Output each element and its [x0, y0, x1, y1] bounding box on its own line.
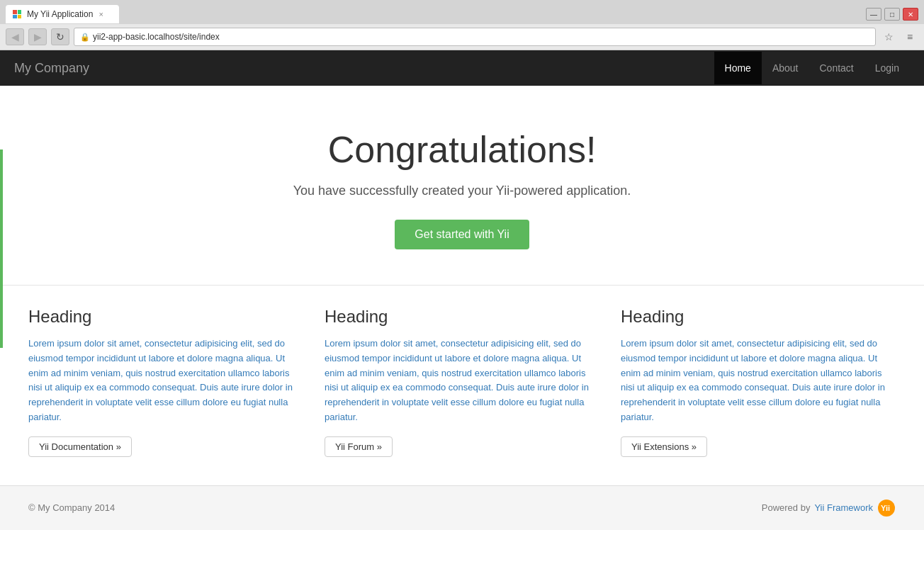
- hero-title: Congratulations!: [14, 128, 910, 171]
- hero-section: Congratulations! You have successfully c…: [0, 86, 924, 285]
- column-1-button[interactable]: Yii Documentation »: [28, 436, 132, 457]
- left-accent: [0, 150, 3, 348]
- footer: © My Company 2014 Powered by Yii Framewo…: [0, 485, 924, 530]
- column-1: Heading Lorem ipsum dolor sit amet, cons…: [28, 307, 303, 457]
- menu-icon[interactable]: ≡: [901, 28, 918, 45]
- forward-icon: ▶: [34, 31, 42, 43]
- nav-item-home: Home: [714, 52, 762, 84]
- column-2: Heading Lorem ipsum dolor sit amet, cons…: [325, 307, 599, 457]
- column-3: Heading Lorem ipsum dolor sit amet, cons…: [621, 307, 896, 457]
- nav-item-login: Login: [864, 52, 910, 84]
- svg-text:Yii: Yii: [881, 504, 890, 512]
- back-button[interactable]: ◀: [6, 28, 24, 45]
- navbar: My Company Home About Contact Login: [0, 50, 924, 86]
- window-controls: — □ ✕: [866, 8, 918, 21]
- page-wrapper: My Company Home About Contact Login Cong…: [0, 50, 924, 530]
- column-3-body: Lorem ipsum dolor sit amet, consectetur …: [621, 337, 896, 425]
- powered-by-text: Powered by: [762, 502, 811, 513]
- close-button[interactable]: ✕: [903, 8, 918, 21]
- forward-button[interactable]: ▶: [28, 28, 47, 45]
- browser-toolbar: ◀ ▶ ↻ 🔒 yii2-app-basic.localhost/site/in…: [0, 24, 924, 50]
- nav-link-contact[interactable]: Contact: [808, 52, 864, 84]
- address-icon: 🔒: [80, 33, 90, 42]
- get-started-button[interactable]: Get started with Yii: [395, 220, 529, 249]
- address-text: yii2-app-basic.localhost/site/index: [93, 32, 220, 42]
- bookmark-icon[interactable]: ☆: [880, 28, 897, 45]
- nav-link-home[interactable]: Home: [714, 52, 762, 84]
- reload-icon: ↻: [56, 31, 64, 43]
- column-1-heading: Heading: [28, 307, 303, 327]
- tab-favicon: [13, 9, 23, 19]
- footer-copyright: © My Company 2014: [28, 502, 115, 513]
- maximize-button[interactable]: □: [884, 8, 900, 21]
- nav-item-contact: Contact: [808, 52, 864, 84]
- content-section: Heading Lorem ipsum dolor sit amet, cons…: [0, 285, 924, 485]
- yii-logo: Yii: [877, 499, 896, 517]
- navbar-brand[interactable]: My Company: [14, 61, 89, 76]
- hero-subtitle: You have successfully created your Yii-p…: [14, 184, 910, 198]
- nav-link-login[interactable]: Login: [864, 52, 910, 84]
- column-2-body: Lorem ipsum dolor sit amet, consectetur …: [325, 337, 599, 425]
- columns-container: Heading Lorem ipsum dolor sit amet, cons…: [28, 307, 896, 457]
- column-1-body: Lorem ipsum dolor sit amet, consectetur …: [28, 337, 303, 425]
- minimize-button[interactable]: —: [866, 8, 881, 21]
- nav-item-about: About: [762, 52, 809, 84]
- back-icon: ◀: [11, 31, 19, 43]
- address-bar[interactable]: 🔒 yii2-app-basic.localhost/site/index: [74, 28, 876, 46]
- column-3-heading: Heading: [621, 307, 896, 327]
- tab-close-button[interactable]: ×: [98, 10, 103, 18]
- column-2-heading: Heading: [325, 307, 599, 327]
- reload-button[interactable]: ↻: [51, 28, 69, 45]
- browser-titlebar: My Yii Application × — □ ✕: [0, 0, 924, 24]
- tab-title: My Yii Application: [27, 9, 93, 19]
- navbar-nav: Home About Contact Login: [714, 52, 910, 84]
- browser-chrome: My Yii Application × — □ ✕ ◀ ▶ ↻ 🔒 yii2-…: [0, 0, 924, 50]
- nav-link-about[interactable]: About: [762, 52, 809, 84]
- column-2-button[interactable]: Yii Forum »: [325, 436, 393, 457]
- browser-tab[interactable]: My Yii Application ×: [6, 5, 119, 23]
- footer-right: Powered by Yii Framework Yii: [762, 499, 896, 517]
- column-3-button[interactable]: Yii Extensions »: [621, 436, 707, 457]
- yii-framework-link[interactable]: Yii Framework: [814, 502, 873, 513]
